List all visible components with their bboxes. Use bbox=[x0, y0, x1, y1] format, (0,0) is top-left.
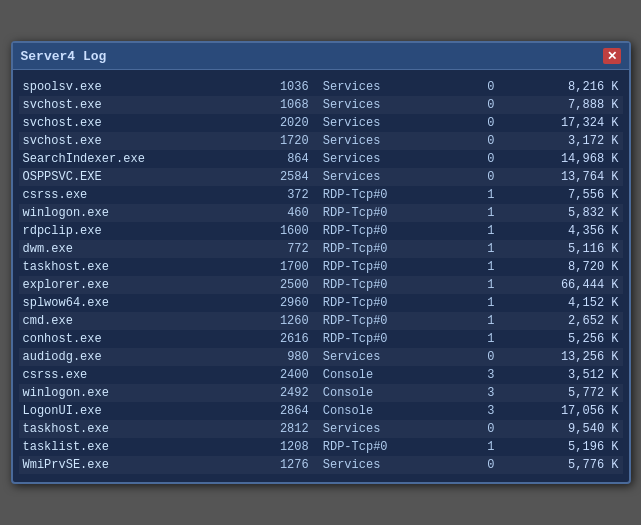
process-pid: 1208 bbox=[235, 438, 312, 456]
process-name: svchost.exe bbox=[19, 96, 236, 114]
table-row: winlogon.exe 2492 Console 3 5,772 K bbox=[19, 384, 623, 402]
process-memory: 5,196 K bbox=[499, 438, 623, 456]
process-pid: 2960 bbox=[235, 294, 312, 312]
process-session: RDP-Tcp#0 bbox=[313, 258, 452, 276]
table-row: tasklist.exe 1208 RDP-Tcp#0 1 5,196 K bbox=[19, 438, 623, 456]
table-row: conhost.exe 2616 RDP-Tcp#0 1 5,256 K bbox=[19, 330, 623, 348]
process-name: spoolsv.exe bbox=[19, 78, 236, 96]
table-row: audiodg.exe 980 Services 0 13,256 K bbox=[19, 348, 623, 366]
process-name: taskhost.exe bbox=[19, 420, 236, 438]
table-row: dwm.exe 772 RDP-Tcp#0 1 5,116 K bbox=[19, 240, 623, 258]
title-bar: Server4 Log ✕ bbox=[13, 43, 629, 70]
process-session-num: 0 bbox=[452, 132, 498, 150]
process-pid: 1260 bbox=[235, 312, 312, 330]
close-button[interactable]: ✕ bbox=[603, 48, 621, 64]
process-pid: 1276 bbox=[235, 456, 312, 474]
table-row: rdpclip.exe 1600 RDP-Tcp#0 1 4,356 K bbox=[19, 222, 623, 240]
process-session-num: 1 bbox=[452, 222, 498, 240]
process-session-num: 1 bbox=[452, 294, 498, 312]
server-log-window: Server4 Log ✕ spoolsv.exe 1036 Services … bbox=[11, 41, 631, 484]
process-pid: 1068 bbox=[235, 96, 312, 114]
process-pid: 1036 bbox=[235, 78, 312, 96]
process-memory: 5,116 K bbox=[499, 240, 623, 258]
table-row: winlogon.exe 460 RDP-Tcp#0 1 5,832 K bbox=[19, 204, 623, 222]
process-session: Console bbox=[313, 384, 452, 402]
process-session-num: 0 bbox=[452, 348, 498, 366]
process-name: SearchIndexer.exe bbox=[19, 150, 236, 168]
process-pid: 1600 bbox=[235, 222, 312, 240]
process-name: svchost.exe bbox=[19, 114, 236, 132]
process-memory: 7,556 K bbox=[499, 186, 623, 204]
process-session-num: 1 bbox=[452, 204, 498, 222]
process-memory: 17,324 K bbox=[499, 114, 623, 132]
process-name: csrss.exe bbox=[19, 366, 236, 384]
process-pid: 980 bbox=[235, 348, 312, 366]
table-row: svchost.exe 1068 Services 0 7,888 K bbox=[19, 96, 623, 114]
process-memory: 5,832 K bbox=[499, 204, 623, 222]
process-session-num: 3 bbox=[452, 384, 498, 402]
process-session-num: 1 bbox=[452, 438, 498, 456]
process-memory: 14,968 K bbox=[499, 150, 623, 168]
process-pid: 864 bbox=[235, 150, 312, 168]
table-row: cmd.exe 1260 RDP-Tcp#0 1 2,652 K bbox=[19, 312, 623, 330]
process-name: audiodg.exe bbox=[19, 348, 236, 366]
process-name: cmd.exe bbox=[19, 312, 236, 330]
process-session-num: 0 bbox=[452, 96, 498, 114]
process-session-num: 1 bbox=[452, 258, 498, 276]
process-session: RDP-Tcp#0 bbox=[313, 312, 452, 330]
process-session: Services bbox=[313, 78, 452, 96]
process-name: csrss.exe bbox=[19, 186, 236, 204]
table-row: WmiPrvSE.exe 1276 Services 0 5,776 K bbox=[19, 456, 623, 474]
process-session-num: 3 bbox=[452, 366, 498, 384]
process-name: explorer.exe bbox=[19, 276, 236, 294]
process-memory: 8,720 K bbox=[499, 258, 623, 276]
log-content: spoolsv.exe 1036 Services 0 8,216 K svch… bbox=[13, 70, 629, 482]
process-memory: 4,152 K bbox=[499, 294, 623, 312]
process-name: dwm.exe bbox=[19, 240, 236, 258]
process-memory: 3,512 K bbox=[499, 366, 623, 384]
process-pid: 460 bbox=[235, 204, 312, 222]
process-memory: 5,256 K bbox=[499, 330, 623, 348]
table-row: taskhost.exe 2812 Services 0 9,540 K bbox=[19, 420, 623, 438]
process-session-num: 0 bbox=[452, 78, 498, 96]
table-row: spoolsv.exe 1036 Services 0 8,216 K bbox=[19, 78, 623, 96]
process-session: RDP-Tcp#0 bbox=[313, 330, 452, 348]
process-session: RDP-Tcp#0 bbox=[313, 204, 452, 222]
process-pid: 372 bbox=[235, 186, 312, 204]
process-pid: 2812 bbox=[235, 420, 312, 438]
process-memory: 17,056 K bbox=[499, 402, 623, 420]
process-session-num: 1 bbox=[452, 276, 498, 294]
process-pid: 2584 bbox=[235, 168, 312, 186]
process-table: spoolsv.exe 1036 Services 0 8,216 K svch… bbox=[19, 78, 623, 474]
window-title: Server4 Log bbox=[21, 49, 107, 64]
process-session-num: 0 bbox=[452, 168, 498, 186]
process-session: Services bbox=[313, 420, 452, 438]
table-row: taskhost.exe 1700 RDP-Tcp#0 1 8,720 K bbox=[19, 258, 623, 276]
process-memory: 5,776 K bbox=[499, 456, 623, 474]
process-session: Services bbox=[313, 348, 452, 366]
process-pid: 2492 bbox=[235, 384, 312, 402]
process-name: tasklist.exe bbox=[19, 438, 236, 456]
process-memory: 13,764 K bbox=[499, 168, 623, 186]
table-row: splwow64.exe 2960 RDP-Tcp#0 1 4,152 K bbox=[19, 294, 623, 312]
table-row: SearchIndexer.exe 864 Services 0 14,968 … bbox=[19, 150, 623, 168]
process-name: taskhost.exe bbox=[19, 258, 236, 276]
process-session: RDP-Tcp#0 bbox=[313, 294, 452, 312]
process-pid: 2500 bbox=[235, 276, 312, 294]
process-memory: 13,256 K bbox=[499, 348, 623, 366]
process-memory: 2,652 K bbox=[499, 312, 623, 330]
process-name: conhost.exe bbox=[19, 330, 236, 348]
process-session: RDP-Tcp#0 bbox=[313, 240, 452, 258]
process-pid: 2864 bbox=[235, 402, 312, 420]
process-session: Console bbox=[313, 402, 452, 420]
process-memory: 5,772 K bbox=[499, 384, 623, 402]
process-session-num: 1 bbox=[452, 330, 498, 348]
process-session: Services bbox=[313, 456, 452, 474]
process-session: Services bbox=[313, 168, 452, 186]
process-session-num: 3 bbox=[452, 402, 498, 420]
process-name: svchost.exe bbox=[19, 132, 236, 150]
process-pid: 2616 bbox=[235, 330, 312, 348]
table-row: LogonUI.exe 2864 Console 3 17,056 K bbox=[19, 402, 623, 420]
process-pid: 1720 bbox=[235, 132, 312, 150]
table-row: svchost.exe 1720 Services 0 3,172 K bbox=[19, 132, 623, 150]
